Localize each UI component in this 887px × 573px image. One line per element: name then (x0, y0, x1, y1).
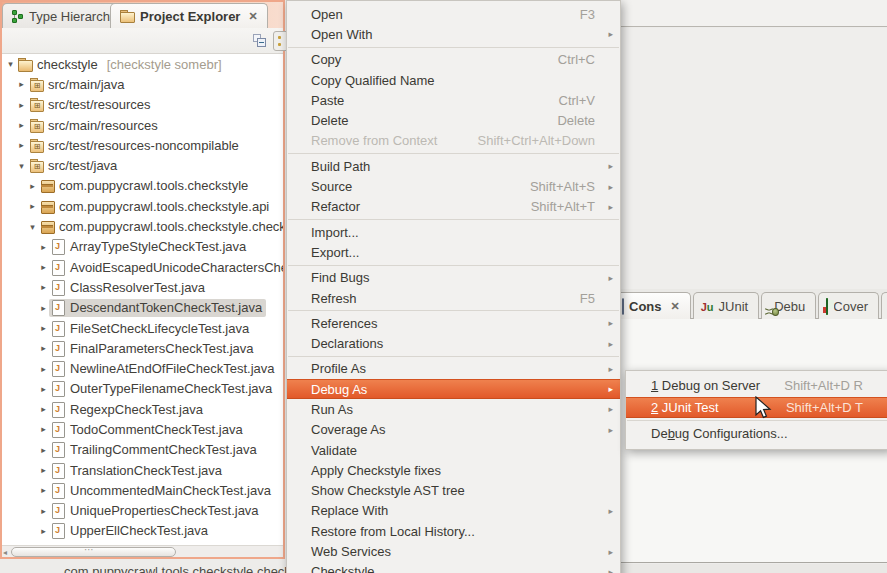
tree-expand-icon[interactable]: ▸ (38, 384, 49, 394)
tree-item-src-main-resources[interactable]: ▸src/main/resources (2, 115, 283, 135)
menu-item-apply-checkstyle-fixes[interactable]: Apply Checkstyle fixes (287, 460, 620, 480)
menu-item-debug-as[interactable]: Debug As▸ (287, 379, 620, 399)
collapse-all-button[interactable] (250, 31, 270, 51)
tree-expand-icon[interactable]: ▸ (38, 262, 49, 272)
javafile-icon (50, 442, 66, 457)
menu-item-paste[interactable]: PasteCtrl+V (287, 90, 620, 110)
menu-item-references[interactable]: References▸ (287, 313, 620, 333)
tree-item-upperellchecktest-java[interactable]: ▸UpperEllCheckTest.java (2, 521, 283, 541)
tree-item-checkstyle[interactable]: ▾checkstyle[checkstyle somebr] (2, 54, 283, 74)
menu-item-copy-qualified-name[interactable]: Copy Qualified Name (287, 70, 620, 90)
submenu-arrow-icon: ▸ (604, 506, 613, 516)
console-tab-partial[interactable] (881, 292, 887, 319)
tree-item-label: com.puppycrawl.tools.checkstyle.check (59, 219, 283, 234)
tree-item-com-puppycrawl-tools-checkstyle-check[interactable]: ▾com.puppycrawl.tools.checkstyle.check (2, 216, 283, 236)
tree-expand-icon[interactable]: ▸ (38, 404, 49, 414)
tree-item-translationchecktest-java[interactable]: ▸TranslationCheckTest.java (2, 460, 283, 480)
tree-item-src-test-java[interactable]: ▾src/test/java (2, 155, 283, 175)
menu-item-remove-from-context[interactable]: Remove from ContextShift+Ctrl+Alt+Down (287, 131, 620, 151)
console-tab-junit[interactable]: JuJUnit (693, 292, 759, 319)
tree-item-uniquepropertieschecktest-java[interactable]: ▸UniquePropertiesCheckTest.java (2, 501, 283, 521)
close-icon[interactable]: ✕ (671, 300, 680, 313)
menu-item-refresh[interactable]: RefreshF5 (287, 288, 620, 308)
tree-expand-icon[interactable]: ▸ (38, 526, 49, 536)
console-tab-debu[interactable]: Debu (761, 292, 816, 319)
menu-item-declarations[interactable]: Declarations▸ (287, 333, 620, 353)
menu-item-shortcut: Shift+Alt+T (531, 199, 595, 214)
horizontal-scrollbar[interactable]: ◂ (2, 545, 283, 557)
menu-item-show-checkstyle-ast-tree[interactable]: Show Checkstyle AST tree (287, 481, 620, 501)
menu-item-replace-with[interactable]: Replace With▸ (287, 501, 620, 521)
view-menu-dot (278, 43, 281, 46)
tree-item-com-puppycrawl-tools-checkstyle[interactable]: ▸com.puppycrawl.tools.checkstyle (2, 176, 283, 196)
tree-collapse-icon[interactable]: ▾ (27, 222, 38, 232)
menu-item-find-bugs[interactable]: Find Bugs▸ (287, 268, 620, 288)
tree-expand-icon[interactable]: ▸ (38, 303, 49, 313)
menu-item-web-services[interactable]: Web Services▸ (287, 541, 620, 561)
tree-item-finalparameterschecktest-java[interactable]: ▸FinalParametersCheckTest.java (2, 338, 283, 358)
tree-expand-icon[interactable]: ▸ (38, 424, 49, 434)
tab-project-explorer[interactable]: Project Explorer ✕ (110, 3, 268, 28)
menu-item-import[interactable]: Import... (287, 222, 620, 242)
menu-item-refactor[interactable]: RefactorShift+Alt+T▸ (287, 197, 620, 217)
tree-item-src-main-java[interactable]: ▸src/main/java (2, 74, 283, 94)
menu-item-copy[interactable]: CopyCtrl+C (287, 50, 620, 70)
menu-item-checkstyle[interactable]: Checkstyle▸ (287, 562, 620, 573)
scrollbar-thumb[interactable] (11, 547, 176, 557)
close-icon[interactable]: ✕ (248, 10, 257, 23)
tree-item-trailingcommentchecktest-java[interactable]: ▸TrailingCommentCheckTest.java (2, 440, 283, 460)
menu-item-open[interactable]: OpenF3 (287, 4, 620, 24)
tree-expand-icon[interactable]: ▸ (16, 79, 27, 89)
tree-expand-icon[interactable]: ▸ (16, 100, 27, 110)
menu-item-restore-from-local-history[interactable]: Restore from Local History... (287, 521, 620, 541)
tree-item-classresolvertest-java[interactable]: ▸ClassResolverTest.java (2, 277, 283, 297)
menu-item-profile-as[interactable]: Profile As▸ (287, 359, 620, 379)
tree-expand-icon[interactable]: ▸ (16, 120, 27, 130)
tree-item-filesetchecklifecycletest-java[interactable]: ▸FileSetCheckLifecycleTest.java (2, 318, 283, 338)
console-tab-cover[interactable]: Cover (818, 292, 879, 319)
menu-item-debug-configurations[interactable]: Debug Configurations... (626, 423, 887, 445)
tree-item-todocommentchecktest-java[interactable]: ▸TodoCommentCheckTest.java (2, 419, 283, 439)
tree-expand-icon[interactable]: ▸ (38, 282, 49, 292)
tree-item-newlineatendoffilechecktest-java[interactable]: ▸NewlineAtEndOfFileCheckTest.java (2, 358, 283, 378)
menu-item-label: Refresh (311, 291, 580, 306)
tree-item-row: TodoCommentCheckTest.java (49, 420, 247, 438)
tree-item-com-puppycrawl-tools-checkstyle-api[interactable]: ▸com.puppycrawl.tools.checkstyle.api (2, 196, 283, 216)
menu-item-open-with[interactable]: Open With▸ (287, 24, 620, 44)
tree-item-avoidescapedunicodecharacterschec[interactable]: ▸AvoidEscapedUnicodeCharactersChec (2, 257, 283, 277)
menu-item-export[interactable]: Export... (287, 242, 620, 262)
scroll-left-arrow-icon[interactable]: ◂ (3, 548, 7, 557)
tree-expand-icon[interactable]: ▸ (27, 201, 38, 211)
tree-item-outertypefilenamechecktest-java[interactable]: ▸OuterTypeFilenameCheckTest.java (2, 379, 283, 399)
tree-expand-icon[interactable]: ▸ (38, 506, 49, 516)
tree-item-label: UniquePropertiesCheckTest.java (70, 503, 259, 518)
tree-expand-icon[interactable]: ▸ (16, 140, 27, 150)
tree-item-regexpchecktest-java[interactable]: ▸RegexpCheckTest.java (2, 399, 283, 419)
tree-expand-icon[interactable]: ▸ (38, 364, 49, 374)
tree-collapse-icon[interactable]: ▾ (16, 161, 27, 171)
tree-item-descendanttokenchecktest-java[interactable]: ▸DescendantTokenCheckTest.java (2, 298, 283, 318)
tree-expand-icon[interactable]: ▸ (38, 485, 49, 495)
tree-expand-icon[interactable]: ▸ (38, 465, 49, 475)
menu-item-build-path[interactable]: Build Path▸ (287, 156, 620, 176)
menu-item-validate[interactable]: Validate (287, 440, 620, 460)
tree-expand-icon[interactable]: ▸ (27, 181, 38, 191)
menu-item-run-as[interactable]: Run As▸ (287, 399, 620, 419)
tree-expand-icon[interactable]: ▸ (38, 242, 49, 252)
tree-item-src-test-resources-noncompilable[interactable]: ▸src/test/resources-noncompilable (2, 135, 283, 155)
menu-item-1-debug-on-server[interactable]: 1 Debug on ServerShift+Alt+D R (626, 375, 887, 397)
tree-expand-icon[interactable]: ▸ (38, 323, 49, 333)
tree-expand-icon[interactable]: ▸ (38, 343, 49, 353)
tree-item-src-test-resources[interactable]: ▸src/test/resources (2, 95, 283, 115)
submenu-arrow-icon: ▸ (604, 339, 613, 349)
tab-type-hierarchy[interactable]: Type Hierarchy (2, 3, 126, 28)
menu-item-coverage-as[interactable]: Coverage As▸ (287, 420, 620, 440)
tree-item-uncommentedmainchecktest-java[interactable]: ▸UncommentedMainCheckTest.java (2, 480, 283, 500)
tree-expand-icon[interactable]: ▸ (38, 445, 49, 455)
menu-item-delete[interactable]: DeleteDelete (287, 110, 620, 130)
javafile-icon (50, 300, 66, 315)
tree-item-arraytypestylechecktest-java[interactable]: ▸ArrayTypeStyleCheckTest.java (2, 237, 283, 257)
tree-collapse-icon[interactable]: ▾ (5, 59, 16, 69)
console-tab-cons[interactable]: Cons✕ (614, 292, 691, 319)
menu-item-source[interactable]: SourceShift+Alt+S▸ (287, 176, 620, 196)
